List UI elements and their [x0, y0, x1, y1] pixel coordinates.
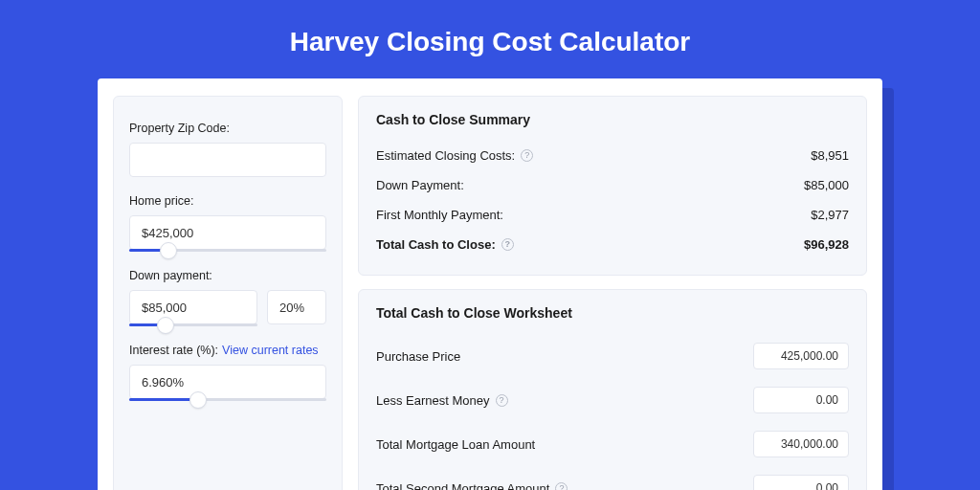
- summary-label: Estimated Closing Costs:: [376, 148, 515, 163]
- down-payment-slider[interactable]: [129, 323, 257, 326]
- summary-value: $8,951: [811, 148, 849, 163]
- help-icon[interactable]: ?: [521, 149, 533, 162]
- slider-thumb[interactable]: [189, 391, 207, 409]
- zip-label: Property Zip Code:: [129, 122, 326, 135]
- worksheet-input-earnest-money[interactable]: [753, 387, 849, 413]
- calculator-card: Property Zip Code: Home price: Down paym: [98, 78, 882, 490]
- down-payment-field: Down payment:: [129, 269, 326, 326]
- worksheet-input-mortgage-loan[interactable]: [753, 431, 849, 457]
- home-price-field: Home price:: [129, 194, 326, 252]
- worksheet-title: Total Cash to Close Worksheet: [376, 305, 849, 321]
- worksheet-label: Total Second Mortgage Amount: [376, 481, 549, 491]
- slider-thumb[interactable]: [160, 242, 177, 259]
- worksheet-label: Less Earnest Money: [376, 393, 490, 408]
- worksheet-row-second-mortgage: Total Second Mortgage Amount ?: [376, 466, 849, 490]
- worksheet-input-purchase-price[interactable]: [753, 343, 849, 369]
- summary-total-label: Total Cash to Close:: [376, 237, 496, 252]
- summary-value: $85,000: [804, 178, 849, 192]
- interest-rate-slider[interactable]: [129, 398, 326, 401]
- worksheet-row-earnest-money: Less Earnest Money ?: [376, 378, 849, 422]
- calculator-card-wrap: Property Zip Code: Home price: Down paym: [98, 78, 882, 490]
- down-payment-input[interactable]: [129, 290, 257, 324]
- home-price-label: Home price:: [129, 194, 326, 208]
- interest-rate-input[interactable]: [129, 365, 326, 399]
- interest-rate-label: Interest rate (%): View current rates: [129, 344, 326, 357]
- summary-total-value: $96,928: [804, 237, 849, 252]
- slider-thumb[interactable]: [157, 317, 174, 334]
- help-icon[interactable]: ?: [555, 482, 568, 491]
- summary-label: First Monthly Payment:: [376, 208, 503, 222]
- help-icon[interactable]: ?: [496, 394, 508, 407]
- results-column: Cash to Close Summary Estimated Closing …: [358, 96, 867, 490]
- zip-input[interactable]: [129, 143, 326, 177]
- summary-row-down-payment: Down Payment: $85,000: [376, 170, 849, 200]
- interest-rate-label-text: Interest rate (%):: [129, 344, 218, 357]
- summary-row-total: Total Cash to Close: ? $96,928: [376, 230, 849, 259]
- worksheet-input-second-mortgage[interactable]: [753, 475, 849, 490]
- worksheet-label: Total Mortgage Loan Amount: [376, 437, 535, 452]
- home-price-input[interactable]: [129, 215, 326, 250]
- interest-rate-field: Interest rate (%): View current rates: [129, 344, 326, 401]
- worksheet-label: Purchase Price: [376, 349, 460, 364]
- view-rates-link[interactable]: View current rates: [222, 344, 319, 357]
- zip-field: Property Zip Code:: [129, 122, 326, 177]
- worksheet-row-mortgage-loan: Total Mortgage Loan Amount: [376, 422, 849, 466]
- summary-row-closing-costs: Estimated Closing Costs: ? $8,951: [376, 141, 849, 170]
- down-payment-label: Down payment:: [129, 269, 326, 282]
- summary-row-first-monthly: First Monthly Payment: $2,977: [376, 200, 849, 230]
- inputs-panel: Property Zip Code: Home price: Down paym: [113, 96, 343, 490]
- summary-label: Down Payment:: [376, 178, 464, 192]
- help-icon[interactable]: ?: [501, 238, 514, 251]
- worksheet-panel: Total Cash to Close Worksheet Purchase P…: [358, 289, 867, 490]
- down-payment-pct-input[interactable]: [267, 290, 326, 324]
- worksheet-row-purchase-price: Purchase Price: [376, 334, 849, 378]
- home-price-slider[interactable]: [129, 249, 326, 252]
- summary-value: $2,977: [811, 208, 849, 222]
- summary-title: Cash to Close Summary: [376, 112, 849, 127]
- slider-fill: [129, 398, 198, 401]
- page-title: Harvey Closing Cost Calculator: [0, 0, 980, 78]
- summary-panel: Cash to Close Summary Estimated Closing …: [358, 96, 867, 276]
